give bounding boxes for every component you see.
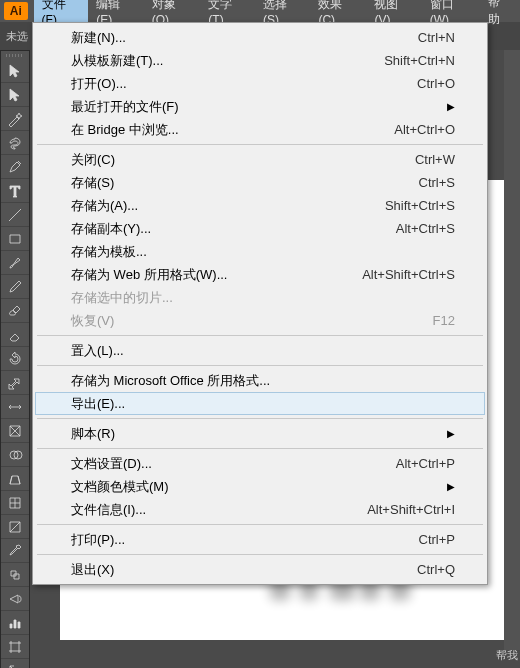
symbol-sprayer-tool[interactable] xyxy=(1,587,29,611)
menu-item[interactable]: 置入(L)... xyxy=(35,339,485,362)
type-tool[interactable] xyxy=(1,179,29,203)
artboard-tool[interactable] xyxy=(1,635,29,659)
submenu-arrow-icon: ▶ xyxy=(447,481,455,492)
menu-item[interactable]: 存储为模板... xyxy=(35,240,485,263)
magic-wand-tool[interactable] xyxy=(1,107,29,131)
rectangle-tool[interactable] xyxy=(1,227,29,251)
menu-item-label: 存储为模板... xyxy=(71,243,147,261)
shape-builder-tool[interactable] xyxy=(1,443,29,467)
menu-item[interactable]: 最近打开的文件(F)▶ xyxy=(35,95,485,118)
menu-item[interactable]: 打印(P)...Ctrl+P xyxy=(35,528,485,551)
menu-item-shortcut: Ctrl+W xyxy=(415,152,455,167)
eraser-tool[interactable] xyxy=(1,323,29,347)
menu-item-shortcut: Shift+Ctrl+S xyxy=(385,198,455,213)
menu-item-label: 存储为 Microsoft Office 所用格式... xyxy=(71,372,270,390)
menu-separator xyxy=(37,554,483,555)
menu-item[interactable]: 退出(X)Ctrl+Q xyxy=(35,558,485,581)
selection-status: 未选 xyxy=(6,29,28,44)
menu-item-shortcut: Ctrl+P xyxy=(419,532,455,547)
menu-item-shortcut: Ctrl+S xyxy=(419,175,455,190)
app-icon: Ai xyxy=(4,2,28,20)
menu-item-label: 恢复(V) xyxy=(71,312,114,330)
tool-panel xyxy=(0,50,30,668)
menu-item-label: 脚本(R) xyxy=(71,425,115,443)
paintbrush-tool[interactable] xyxy=(1,251,29,275)
menu-item-label: 退出(X) xyxy=(71,561,114,579)
gradient-tool[interactable] xyxy=(1,515,29,539)
scale-tool[interactable] xyxy=(1,371,29,395)
menu-item[interactable]: 文档颜色模式(M)▶ xyxy=(35,475,485,498)
menu-item: 恢复(V)F12 xyxy=(35,309,485,332)
pen-tool[interactable] xyxy=(1,155,29,179)
menu-item[interactable]: 存储(S)Ctrl+S xyxy=(35,171,485,194)
column-graph-tool[interactable] xyxy=(1,611,29,635)
menu-item-label: 文件信息(I)... xyxy=(71,501,146,519)
menu-item-label: 文档颜色模式(M) xyxy=(71,478,169,496)
menu-item[interactable]: 存储为 Microsoft Office 所用格式... xyxy=(35,369,485,392)
menu-item[interactable]: 打开(O)...Ctrl+O xyxy=(35,72,485,95)
menu-item-label: 导出(E)... xyxy=(71,395,125,413)
menu-item[interactable]: 存储副本(Y)...Alt+Ctrl+S xyxy=(35,217,485,240)
menu-item-shortcut: Ctrl+O xyxy=(417,76,455,91)
menu-item-label: 在 Bridge 中浏览... xyxy=(71,121,179,139)
submenu-arrow-icon: ▶ xyxy=(447,101,455,112)
menu-item-label: 新建(N)... xyxy=(71,29,126,47)
right-panel-strip xyxy=(504,50,520,650)
menu-item[interactable]: 脚本(R)▶ xyxy=(35,422,485,445)
file-menu-dropdown: 新建(N)...Ctrl+N从模板新建(T)...Shift+Ctrl+N打开(… xyxy=(32,22,488,585)
menu-separator xyxy=(37,524,483,525)
menu-separator xyxy=(37,418,483,419)
menu-item-shortcut: Shift+Ctrl+N xyxy=(384,53,455,68)
menu-bar: Ai 文件(F)编辑(E)对象(O)文字(T)选择(S)效果(C)视图(V)窗口… xyxy=(0,0,520,22)
submenu-arrow-icon: ▶ xyxy=(447,428,455,439)
menu-item-shortcut: Alt+Ctrl+P xyxy=(396,456,455,471)
eyedropper-tool[interactable] xyxy=(1,539,29,563)
menu-item-shortcut: Alt+Ctrl+O xyxy=(394,122,455,137)
blob-brush-tool[interactable] xyxy=(1,299,29,323)
menu-item-shortcut: Alt+Shift+Ctrl+S xyxy=(362,267,455,282)
menu-item: 存储选中的切片... xyxy=(35,286,485,309)
menu-item[interactable]: 存储为(A)...Shift+Ctrl+S xyxy=(35,194,485,217)
menu-separator xyxy=(37,335,483,336)
menu-item-shortcut: Alt+Ctrl+S xyxy=(396,221,455,236)
menu-item-label: 打印(P)... xyxy=(71,531,125,549)
mesh-tool[interactable] xyxy=(1,491,29,515)
blend-tool[interactable] xyxy=(1,563,29,587)
menu-item-label: 存储为 Web 所用格式(W)... xyxy=(71,266,227,284)
free-transform-tool[interactable] xyxy=(1,419,29,443)
lasso-tool[interactable] xyxy=(1,131,29,155)
menu-item-label: 存储(S) xyxy=(71,174,114,192)
right-hint-label: 帮我 xyxy=(496,648,518,663)
perspective-tool[interactable] xyxy=(1,467,29,491)
menu-item-label: 最近打开的文件(F) xyxy=(71,98,179,116)
menu-item-label: 从模板新建(T)... xyxy=(71,52,163,70)
menu-item[interactable]: 存储为 Web 所用格式(W)...Alt+Shift+Ctrl+S xyxy=(35,263,485,286)
menu-item[interactable]: 关闭(C)Ctrl+W xyxy=(35,148,485,171)
line-tool[interactable] xyxy=(1,203,29,227)
menu-item-label: 打开(O)... xyxy=(71,75,127,93)
width-tool[interactable] xyxy=(1,395,29,419)
menu-item[interactable]: 在 Bridge 中浏览...Alt+Ctrl+O xyxy=(35,118,485,141)
panel-grip[interactable] xyxy=(1,51,29,59)
menu-item-shortcut: Ctrl+Q xyxy=(417,562,455,577)
menu-item-label: 文档设置(D)... xyxy=(71,455,152,473)
menu-item[interactable]: 从模板新建(T)...Shift+Ctrl+N xyxy=(35,49,485,72)
pencil-tool[interactable] xyxy=(1,275,29,299)
menu-item-label: 存储选中的切片... xyxy=(71,289,173,307)
menu-item-label: 关闭(C) xyxy=(71,151,115,169)
menu-item[interactable]: 文件信息(I)...Alt+Shift+Ctrl+I xyxy=(35,498,485,521)
menu-separator xyxy=(37,144,483,145)
direct-selection-tool[interactable] xyxy=(1,83,29,107)
rotate-tool[interactable] xyxy=(1,347,29,371)
menu-item[interactable]: 新建(N)...Ctrl+N xyxy=(35,26,485,49)
menu-item[interactable]: 导出(E)... xyxy=(35,392,485,415)
menu-item[interactable]: 文档设置(D)...Alt+Ctrl+P xyxy=(35,452,485,475)
menu-item-shortcut: Alt+Shift+Ctrl+I xyxy=(367,502,455,517)
menu-separator xyxy=(37,365,483,366)
menu-separator xyxy=(37,448,483,449)
selection-tool[interactable] xyxy=(1,59,29,83)
slice-tool[interactable] xyxy=(1,659,29,668)
menu-item-label: 置入(L)... xyxy=(71,342,124,360)
menu-item-shortcut: Ctrl+N xyxy=(418,30,455,45)
menu-item-label: 存储副本(Y)... xyxy=(71,220,151,238)
